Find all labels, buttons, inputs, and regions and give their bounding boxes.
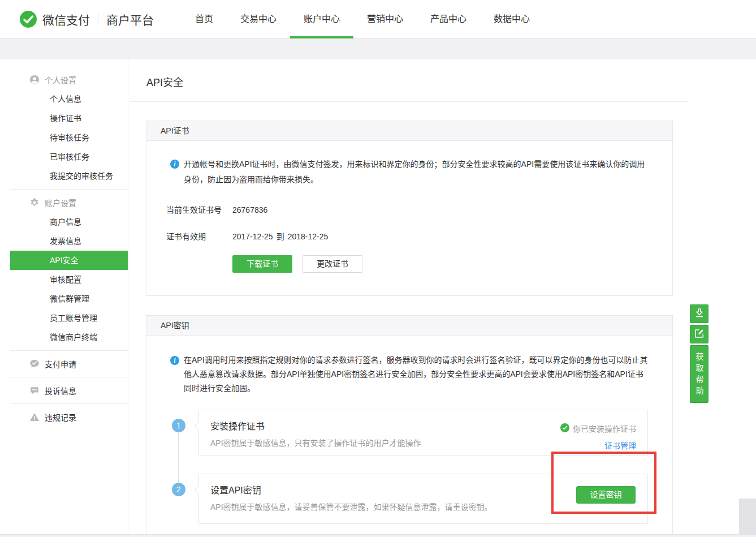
check-circle-icon <box>560 423 573 434</box>
sidebar-item-staff-account-mgmt[interactable]: 员工账号管理 <box>10 308 128 328</box>
validity-separator: 到 <box>277 232 284 241</box>
sidebar-group-label: 账户设置 <box>45 197 76 208</box>
api-key-card: API密钥 i 在API调用时用来按照指定规则对你的请求参数进行签名，服务器收到… <box>146 315 673 537</box>
sidebar-divider <box>10 350 128 351</box>
validity-to: 2018-12-25 <box>288 232 329 241</box>
sidebar-item-violation-records[interactable]: 违规记录 <box>10 407 128 427</box>
download-certificate-button[interactable]: 下载证书 <box>232 255 292 273</box>
api-key-steps: 1 安装操作证书 API密钥属于敏感信息，只有安装了操作证书的用户才能操作 你已… <box>146 410 672 524</box>
info-icon: i <box>170 356 179 365</box>
certificate-number-label: 当前生效证书号 <box>166 204 232 216</box>
step-set-api-key: 2 设置API密钥 API密钥属于敏感信息，请妥善保管不要泄露，如果怀疑信息泄露… <box>146 474 672 524</box>
sidebar-item-my-submitted-tasks[interactable]: 我提交的审核任务 <box>10 166 128 186</box>
sidebar-divider <box>10 403 128 404</box>
sidebar-divider <box>10 189 128 190</box>
page-title: API安全 <box>129 59 689 89</box>
certificate-management-link[interactable]: 证书管理 <box>604 440 636 451</box>
sidebar-link-label: 投诉信息 <box>45 385 76 396</box>
sidebar-item-personal-info[interactable]: 个人信息 <box>10 89 128 109</box>
chat-check-icon <box>29 359 40 369</box>
validity-from: 2017-12-25 <box>232 232 273 241</box>
nav-account-center[interactable]: 账户中心 <box>304 0 340 38</box>
download-icon <box>694 307 705 321</box>
scrollbar-corner <box>739 499 756 534</box>
sidebar-group-account-settings[interactable]: 账户设置 <box>10 193 128 212</box>
brand-name: 微信支付 <box>42 11 90 28</box>
api-key-card-title: API密钥 <box>161 321 189 330</box>
sidebar-item-review-config[interactable]: 审核配置 <box>10 270 128 289</box>
step-install-cert-box: 安装操作证书 API密钥属于敏感信息，只有安装了操作证书的用户才能操作 你已安装… <box>198 410 648 456</box>
sidebar-group-label: 个人设置 <box>45 74 76 85</box>
current-certificate-row: 当前生效证书号26767836 <box>166 204 672 216</box>
warning-icon <box>29 412 40 422</box>
gear-icon <box>29 197 40 208</box>
product-name: 商户平台 <box>106 11 154 28</box>
merchant-platform-page: 微信支付 商户平台 首页 交易中心 账户中心 营销中心 产品中心 数据中心 个人… <box>0 0 756 537</box>
chat-bubble-icon <box>29 385 40 396</box>
nav-marketing-center[interactable]: 营销中心 <box>367 0 403 38</box>
sidebar-item-pending-review-tasks[interactable]: 待审核任务 <box>10 128 128 147</box>
nav-transaction-center[interactable]: 交易中心 <box>240 0 277 38</box>
certificate-info: i 开通帐号和更换API证书时，由微信支付签发，用来标识和界定你的身份；部分安全… <box>170 157 650 187</box>
status-text: 你已安装操作证书 <box>573 423 636 434</box>
api-certificate-card: API证书 i 开通帐号和更换API证书时，由微信支付签发，用来标识和界定你的身… <box>146 121 673 296</box>
certificate-number-value: 26767836 <box>232 205 267 214</box>
api-key-card-header: API密钥 <box>146 315 673 336</box>
api-key-info-text: 在API调用时用来按照指定规则对你的请求参数进行签名，服务器收到你的请求时会进行… <box>184 353 650 396</box>
sidebar-link-label: 违规记录 <box>45 411 76 423</box>
main-content: API安全 API证书 i 开通帐号和更换API证书时，由微信支付签发，用来标识… <box>129 59 689 534</box>
step-set-api-key-box: 设置API密钥 API密钥属于敏感信息，请妥善保管不要泄露，如果怀疑信息泄露，请… <box>198 474 648 524</box>
api-certificate-card-header: API证书 <box>146 121 673 141</box>
download-tool-button[interactable] <box>690 304 709 323</box>
content-header: API安全 <box>129 59 689 102</box>
sidebar-item-complaint-info[interactable]: 投诉信息 <box>10 381 128 400</box>
nav-home[interactable]: 首页 <box>195 0 213 38</box>
change-certificate-button[interactable]: 更改证书 <box>303 255 362 273</box>
sidebar-item-operation-cert[interactable]: 操作证书 <box>10 109 128 128</box>
step-connector-line <box>178 432 179 483</box>
step-number-badge: 2 <box>172 483 185 496</box>
edit-tool-button[interactable] <box>690 325 709 343</box>
set-api-key-button[interactable]: 设置密钥 <box>576 486 636 504</box>
top-nav: 首页 交易中心 账户中心 营销中心 产品中心 数据中心 <box>195 0 530 38</box>
bottom-strip <box>0 534 756 537</box>
user-icon <box>29 75 40 85</box>
api-certificate-card-title: API证书 <box>161 126 189 135</box>
certificate-validity-row: 证书有效期2017-12-25到2018-12-25 <box>166 231 672 243</box>
nav-data-center[interactable]: 数据中心 <box>494 0 530 38</box>
certificate-info-text: 开通帐号和更换API证书时，由微信支付签发，用来标识和界定你的身份；部分安全性要… <box>184 157 650 187</box>
sidebar-item-payment-application[interactable]: 支付申请 <box>10 354 128 373</box>
sidebar-item-wechat-group-mgmt[interactable]: 微信群管理 <box>10 289 128 308</box>
step-install-cert: 1 安装操作证书 API密钥属于敏感信息，只有安装了操作证书的用户才能操作 你已… <box>146 410 672 456</box>
sidebar-item-wechat-merchant-terminal[interactable]: 微信商户终端 <box>10 328 128 347</box>
step-number-badge: 1 <box>172 419 185 432</box>
get-help-button[interactable]: 获取帮助 <box>690 345 709 403</box>
top-header: 微信支付 商户平台 首页 交易中心 账户中心 营销中心 产品中心 数据中心 <box>0 0 756 38</box>
sidebar-item-invoice-info[interactable]: 发票信息 <box>10 231 128 251</box>
logo-divider <box>98 13 98 25</box>
nav-product-center[interactable]: 产品中心 <box>430 0 466 38</box>
sidebar-item-merchant-info[interactable]: 商户信息 <box>10 212 128 231</box>
sidebar-item-reviewed-tasks[interactable]: 已审核任务 <box>10 147 128 166</box>
floating-toolbar: 获取帮助 <box>690 304 709 403</box>
edit-icon <box>694 328 705 341</box>
validity-label: 证书有效期 <box>166 231 232 243</box>
sidebar-link-label: 支付申请 <box>45 358 76 370</box>
api-key-info: i 在API调用时用来按照指定规则对你的请求参数进行签名，服务器收到你的请求时会… <box>170 353 650 396</box>
logo[interactable]: 微信支付 商户平台 <box>20 0 154 38</box>
wechat-pay-logo-icon <box>20 11 37 28</box>
sidebar-group-personal-settings[interactable]: 个人设置 <box>10 70 128 89</box>
sidebar-divider <box>10 377 128 377</box>
sidebar: 个人设置 个人信息 操作证书 待审核任务 已审核任务 我提交的审核任务 账户设置… <box>10 59 128 534</box>
sidebar-item-api-security[interactable]: API安全 <box>10 251 128 270</box>
info-icon: i <box>170 160 179 169</box>
cert-installed-status: 你已安装操作证书 <box>560 423 636 434</box>
